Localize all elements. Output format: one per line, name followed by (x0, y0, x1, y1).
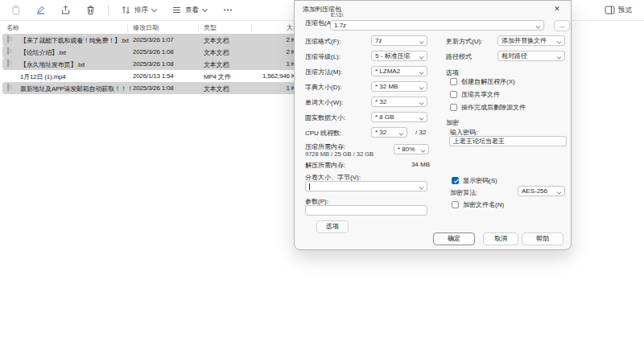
checkbox-unchecked[interactable] (450, 91, 457, 98)
memory-select[interactable]: * 80% (394, 144, 429, 154)
path-mode-value: 相对路径 (502, 51, 527, 60)
archive-name-value: 1.7z (334, 22, 346, 29)
update-mode-value: 添加并替换文件 (502, 36, 547, 45)
share-icon (60, 5, 71, 15)
encryption-group-title: 加密 (446, 118, 459, 127)
update-mode-label: 更新方式(U): (446, 37, 482, 46)
cpu-threads-select[interactable]: * 32 (371, 127, 407, 138)
update-mode-select[interactable]: 添加并替换文件 (497, 35, 565, 46)
view-button[interactable]: 查看 (167, 2, 212, 18)
text-file-icon (7, 35, 15, 44)
encrypt-filenames-checkbox-row[interactable]: 加密文件名(N) (452, 200, 504, 209)
delete-after-checkbox-row[interactable]: 操作完成后删除源文件 (450, 103, 526, 112)
file-size: 1 KB (244, 60, 299, 68)
checkbox-checked[interactable] (452, 177, 459, 184)
file-row[interactable]: 【论坛介绍】.txt 2025/3/26 1:08 文本文档 2 KB (2, 46, 307, 58)
file-size: 1 KB (244, 84, 299, 92)
chevron-down-icon (419, 56, 424, 60)
chevron-down-icon (419, 40, 424, 45)
parameters-input[interactable] (305, 205, 427, 216)
level-select[interactable]: 5 - 标准压缩 (371, 51, 427, 61)
ok-button[interactable]: 确定 (433, 232, 475, 245)
file-date: 2025/3/26 1:08 (133, 60, 174, 68)
chevron-down-icon (399, 132, 404, 137)
help-button[interactable]: 帮助 (522, 232, 564, 245)
rename-button[interactable] (31, 2, 50, 18)
solid-block-label: 固实数据大小: (305, 113, 345, 122)
checkbox-unchecked[interactable] (450, 78, 457, 85)
column-separator (198, 23, 199, 31)
checkbox-unchecked[interactable] (452, 201, 459, 208)
close-icon[interactable]: ✕ (548, 2, 566, 15)
cancel-button[interactable]: 取消 (483, 232, 518, 245)
archive-path: E:\1\ (331, 11, 343, 19)
shared-files-checkbox-row[interactable]: 压缩共享文件 (450, 90, 500, 99)
checkbox-unchecked[interactable] (450, 104, 457, 111)
show-password-label: 显示密码(S) (463, 176, 497, 185)
sort-icon (121, 5, 131, 15)
file-size: 2 KB (244, 48, 299, 56)
options-button[interactable]: 选项 (316, 220, 349, 233)
file-size: 2 KB (244, 36, 299, 43)
view-icon (171, 5, 182, 15)
preview-label: 预览 (618, 6, 632, 15)
column-headers: 名称 修改日期 类型 大小 (0, 22, 309, 33)
file-name: 【论坛介绍】.txt (20, 48, 131, 57)
encryption-method-select[interactable]: AES-256 (518, 186, 565, 196)
file-row[interactable]: 【永久地址发布页】.txt 2025/3/26 1:08 文本文档 1 KB (2, 58, 307, 70)
chevron-down-icon (419, 101, 424, 106)
memory-detail: 9728 MB / 25 GB / 32 GB (305, 150, 374, 158)
decompress-memory-label: 解压所需内存: (305, 161, 345, 170)
more-icon (222, 5, 233, 15)
shared-files-checkbox-label: 压缩共享文件 (461, 90, 500, 99)
preview-button[interactable]: 预览 (601, 3, 636, 18)
file-row[interactable]: 1月12日 (1).mp4 2026/1/13 1:54 MP4 文件 1,56… (2, 70, 307, 82)
format-value: 7z (375, 37, 382, 44)
archive-name-input[interactable]: 1.7z (330, 20, 544, 31)
word-size-value: * 32 (375, 98, 386, 105)
file-date: 2026/1/13 1:54 (133, 72, 174, 80)
path-mode-label: 路径模式 (446, 52, 472, 61)
level-value: 5 - 标准压缩 (375, 51, 411, 60)
file-row[interactable]: 最新地址及APP请发邮箱自动获取！！！.txt 2025/3/26 1:08 文… (2, 82, 307, 94)
chevron-down-icon (202, 7, 208, 13)
solid-block-value: * 8 GB (375, 113, 394, 121)
toolbar-separator (108, 5, 109, 16)
dictionary-select[interactable]: * 32 MB (371, 81, 427, 92)
more-options-button[interactable] (218, 2, 237, 18)
share-button[interactable] (56, 2, 75, 18)
delete-after-checkbox-label: 操作完成后删除源文件 (461, 103, 526, 112)
solid-block-select[interactable]: * 8 GB (371, 112, 427, 122)
file-row[interactable]: 【来了就能下载和观看！纯免费！】.txt 2025/3/26 1:07 文本文档… (2, 34, 307, 46)
show-password-checkbox-row[interactable]: 显示密码(S) (452, 176, 497, 185)
encryption-method-value: AES-256 (522, 187, 547, 195)
browse-button[interactable]: ... (554, 20, 570, 31)
method-select[interactable]: * LZMA2 (371, 66, 427, 76)
column-separator (251, 23, 252, 31)
method-value: * LZMA2 (375, 68, 400, 75)
paste-button[interactable] (6, 2, 25, 18)
sort-button[interactable]: 排序 (117, 2, 161, 18)
volume-size-input[interactable] (305, 181, 427, 191)
format-select[interactable]: 7z (371, 35, 427, 46)
options-group-title: 选项 (446, 68, 459, 77)
word-size-select[interactable]: * 32 (371, 97, 427, 107)
method-label: 压缩方法(M): (305, 68, 342, 76)
column-header-type[interactable]: 类型 (204, 23, 217, 32)
chevron-down-icon (557, 40, 562, 45)
column-header-date[interactable]: 修改日期 (133, 23, 159, 32)
file-name: 1月12日 (1).mp4 (20, 72, 131, 81)
delete-button[interactable] (81, 2, 100, 18)
chevron-down-icon (419, 117, 424, 121)
file-date: 2025/3/26 1:07 (133, 36, 174, 43)
chevron-down-icon (557, 56, 562, 60)
password-input[interactable] (449, 136, 567, 146)
cpu-threads-label: CPU 线程数: (305, 129, 341, 138)
column-header-name[interactable]: 名称 (6, 23, 19, 32)
memory-value: * 80% (398, 146, 415, 153)
file-type: 文本文档 (204, 36, 229, 45)
sfx-checkbox-label: 创建自解压程序(X) (461, 77, 515, 86)
path-mode-select[interactable]: 相对路径 (497, 51, 565, 61)
sfx-checkbox-row[interactable]: 创建自解压程序(X) (450, 77, 515, 86)
preview-pane-icon (605, 6, 615, 14)
